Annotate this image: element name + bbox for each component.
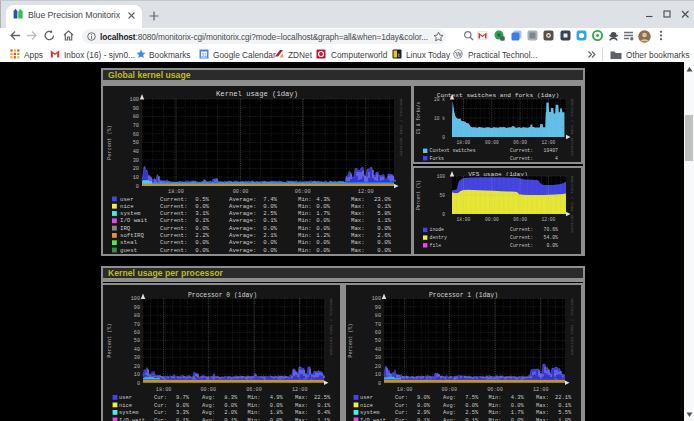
svg-text:9.7%: 9.7%	[176, 395, 190, 401]
svg-text:Current:: Current:	[160, 247, 187, 254]
svg-text:Max:: Max:	[536, 403, 549, 409]
svg-text:Average:: Average:	[229, 217, 256, 224]
svg-text:Min:: Min:	[298, 247, 312, 254]
svg-text:Percent (%): Percent (%)	[107, 323, 113, 357]
svg-text:0.0%: 0.0%	[263, 239, 277, 246]
svg-text:0: 0	[378, 381, 381, 387]
svg-text:0.0%: 0.0%	[263, 225, 277, 232]
svg-text:0: 0	[442, 212, 445, 217]
svg-text:Min:: Min:	[489, 395, 502, 401]
svg-text:nice: nice	[120, 203, 134, 210]
svg-text:2.5%: 2.5%	[465, 410, 479, 416]
svg-text:user: user	[120, 196, 134, 203]
svg-text:2.1%: 2.1%	[263, 232, 277, 239]
svg-text:00:00: 00:00	[485, 140, 499, 145]
svg-text:Avg:: Avg:	[202, 418, 215, 421]
svg-text:8.3%: 8.3%	[224, 395, 238, 401]
svg-text:Average:: Average:	[229, 232, 256, 239]
svg-text:2.6%: 2.6%	[377, 232, 391, 239]
svg-text:Max:: Max:	[295, 418, 308, 421]
svg-text:Min:: Min:	[298, 225, 312, 232]
svg-text:Max:: Max:	[295, 395, 308, 401]
svg-text:50: 50	[134, 338, 140, 344]
svg-text:0.0%: 0.0%	[270, 403, 284, 409]
svg-text:2.9%: 2.9%	[417, 410, 431, 416]
svg-text:system: system	[120, 210, 141, 217]
svg-text:54.0%: 54.0%	[544, 235, 559, 240]
svg-text:0.0%: 0.0%	[195, 239, 209, 246]
svg-text:0.1%: 0.1%	[377, 203, 391, 210]
svg-text:Current:: Current:	[510, 243, 533, 248]
svg-text:Current:: Current:	[510, 235, 533, 240]
svg-text:Cur:: Cur:	[154, 410, 167, 416]
svg-text:06:00: 06:00	[513, 217, 527, 222]
svg-text:Average:: Average:	[229, 247, 256, 254]
svg-text:Min:: Min:	[298, 210, 312, 217]
svg-text:0.0%: 0.0%	[195, 247, 209, 254]
svg-text:guest: guest	[120, 247, 137, 254]
svg-text:Min:: Min:	[489, 403, 502, 409]
svg-text:5.8%: 5.8%	[377, 210, 391, 217]
svg-text:softIRQ: softIRQ	[120, 232, 144, 239]
svg-text:1.7%: 1.7%	[511, 410, 525, 416]
svg-text:30: 30	[375, 355, 381, 361]
svg-text:12:00: 12:00	[358, 189, 374, 195]
svg-text:22.5%: 22.5%	[314, 395, 331, 401]
svg-text:40: 40	[133, 149, 139, 155]
svg-text:2.5%: 2.5%	[263, 210, 277, 217]
svg-text:dentry: dentry	[430, 235, 447, 240]
svg-text:90: 90	[133, 106, 139, 112]
svg-text:0.5%: 0.5%	[195, 196, 209, 203]
svg-text:60: 60	[133, 132, 139, 138]
svg-text:70: 70	[133, 123, 139, 129]
svg-text:100: 100	[437, 174, 446, 179]
svg-text:Min:: Min:	[298, 196, 312, 203]
svg-text:20: 20	[133, 166, 139, 172]
svg-text:Current:: Current:	[160, 210, 187, 217]
svg-text:12:00: 12:00	[542, 140, 556, 145]
svg-text:Average:: Average:	[229, 196, 256, 203]
svg-text:Min:: Min:	[489, 418, 502, 421]
svg-text:18:00: 18:00	[397, 387, 413, 393]
svg-text:0.0%: 0.0%	[270, 418, 284, 421]
svg-text:10: 10	[375, 372, 381, 378]
svg-text:Current:: Current:	[510, 148, 533, 153]
svg-text:4.3%: 4.3%	[511, 395, 525, 401]
svg-text:Avg:: Avg:	[443, 403, 456, 409]
svg-text:100: 100	[131, 296, 140, 302]
svg-text:Min:: Min:	[489, 410, 502, 416]
svg-text:Min:: Min:	[298, 203, 312, 210]
svg-text:file: file	[430, 243, 442, 248]
svg-text:0.1%: 0.1%	[465, 418, 479, 421]
svg-text:18:00: 18:00	[168, 189, 184, 195]
svg-text:Avg:: Avg:	[202, 403, 215, 409]
svg-text:Average:: Average:	[229, 203, 256, 210]
svg-text:user: user	[119, 395, 132, 401]
svg-text:Average:: Average:	[229, 210, 256, 217]
svg-text:Percent (%): Percent (%)	[107, 125, 113, 160]
svg-text:RRDTOOL / TOBI OETIKER: RRDTOOL / TOBI OETIKER	[570, 99, 575, 156]
svg-text:1.1%: 1.1%	[377, 217, 391, 224]
svg-text:0.1%: 0.1%	[558, 403, 572, 409]
svg-text:5.5%: 5.5%	[558, 410, 572, 416]
svg-text:3.3%: 3.3%	[176, 410, 190, 416]
svg-text:1.0%: 1.0%	[558, 418, 572, 421]
svg-text:0.0%: 0.0%	[195, 203, 209, 210]
svg-text:Max:: Max:	[351, 239, 365, 246]
svg-text:40: 40	[375, 347, 381, 353]
svg-text:0.1%: 0.1%	[417, 418, 431, 421]
svg-text:1.7%: 1.7%	[316, 210, 330, 217]
svg-text:I/O wait: I/O wait	[120, 217, 147, 224]
svg-text:10: 10	[133, 175, 139, 181]
svg-text:0: 0	[136, 184, 139, 190]
svg-text:06:00: 06:00	[513, 140, 527, 145]
svg-text:0.0%: 0.0%	[417, 403, 431, 409]
svg-text:4: 4	[555, 156, 558, 161]
svg-text:Current:: Current:	[160, 225, 187, 232]
svg-text:Current:: Current:	[510, 156, 533, 161]
svg-text:10407: 10407	[544, 148, 559, 153]
svg-text:Min:: Min:	[298, 217, 312, 224]
svg-text:Max:: Max:	[351, 225, 365, 232]
svg-text:Context switches and forks (1: Context switches and forks (1day)	[437, 92, 560, 99]
svg-text:40: 40	[134, 347, 140, 353]
